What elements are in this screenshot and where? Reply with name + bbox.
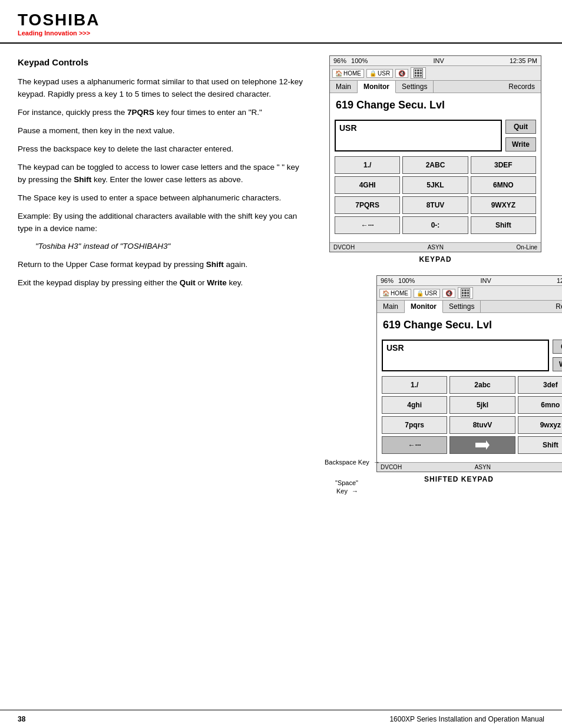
paragraph-9: Exit the keypad display by pressing eith… [18,277,309,289]
screen2-tab-settings[interactable]: Settings [443,301,481,312]
screen1-tab-main[interactable]: Main [330,81,358,93]
arrow-right-svg [475,440,490,450]
key2-1dot[interactable]: 1./ [382,376,447,394]
key2-3def[interactable]: 3def [518,376,562,394]
screen2-icon-bar: 🏠 HOME 🔒 USR 🔇 [377,286,562,301]
screen1-tab-records[interactable]: Records [503,81,541,93]
annotation-backspace: Backspace Key → [325,458,380,466]
screen2-grid-btn[interactable] [458,287,473,299]
screen1: 96% 100% INV 12:35 PM 🏠 HOME 🔒 USR 🔇 [329,55,541,252]
screen2-wrapper: Backspace Key → "Space"Key → 96% 100% IN… [329,275,541,483]
key2-9wxyz[interactable]: 9wxyz [518,416,562,434]
screen2-body: 619 Change Secu. Lvl USR Quit Write 1./ … [377,313,562,459]
text-column: Keypad Controls The keypad uses a alphan… [18,55,309,483]
screen1-footer-left: DVCOH [333,244,355,251]
paragraph-1: The keypad uses a alphanumeric format si… [18,76,309,101]
screen2-time: 12:35 PM [557,277,562,284]
key-shift[interactable]: Shift [471,216,536,234]
screen2: 96% 100% INV 12:35 PM 🏠 HOME 🔒 USR 🔇 [376,275,562,472]
screen1-body: 619 Change Secu. Lvl USR Quit Write 1./ … [330,93,541,239]
screen1-tab-settings[interactable]: Settings [396,81,434,93]
key2-2abc[interactable]: 2abc [449,376,515,394]
screen1-input-field[interactable]: USR [335,120,502,151]
key-0dash[interactable]: 0-: [402,216,468,234]
screen2-tab-main[interactable]: Main [377,301,405,312]
screen1-side-buttons: Quit Write [505,120,536,151]
key-6mno[interactable]: 6MNO [471,176,536,194]
tagline: Leading Innovation >>> [18,29,544,37]
screen2-grid-icon [461,288,470,298]
paragraph-2: For instance, quickly press the 7PQRS ke… [18,107,309,119]
screen2-usr-btn[interactable]: 🔒 USR [414,289,440,298]
screen1-status-bar: 96% 100% INV 12:35 PM [330,56,541,66]
key2-8tuvv[interactable]: 8tuvV [449,416,515,434]
screen1-grid-btn[interactable] [411,67,426,79]
key2-6mno[interactable]: 6mno [518,396,562,414]
screen1-icon-bar: 🏠 HOME 🔒 USR 🔇 [330,66,541,81]
screen2-footer-center: ASYN [475,464,491,470]
screen1-wrapper: 96% 100% INV 12:35 PM 🏠 HOME 🔒 USR 🔇 [329,55,541,263]
screen2-quit-button[interactable]: Quit [553,340,562,354]
screen1-usr-btn[interactable]: 🔒 USR [366,69,393,78]
screen1-pct2: 100% [351,57,368,64]
manual-title: 1600XP Series Installation and Operation… [389,715,544,723]
screen2-nav-tabs: Main Monitor Settings Records [377,301,562,313]
screen2-footer: DVCOH ASYN On-Line [377,462,562,472]
screen1-quit-button[interactable]: Quit [505,120,536,134]
screen2-write-button[interactable]: Write [553,357,562,371]
page-footer: 38 1600XP Series Installation and Operat… [0,710,562,728]
screen2-input-row: USR Quit Write [382,340,562,371]
screen1-time: 12:35 PM [510,57,537,64]
screen2-pct1: 96% [381,277,394,284]
key2-7pqrs[interactable]: 7pqrs [382,416,447,434]
paragraph-5: The keypad can be toggled to access to l… [18,162,309,186]
screen1-keypad-grid: 1./ 2ABC 3DEF 4GHI 5JKL 6MNO 7PQRS 8TUV … [335,156,536,234]
screen2-container: Backspace Key → "Space"Key → 96% 100% IN… [376,275,562,472]
key2-5jkl[interactable]: 5jkl [449,396,515,414]
key2-space[interactable] [449,436,515,454]
screen1-inv: INV [433,57,444,64]
key-7pqrs[interactable]: 7PQRS [335,196,400,214]
screen2-speaker-btn[interactable]: 🔇 [442,289,455,298]
bold-shift-2: Shift [206,260,224,269]
screen2-title: 619 Change Secu. Lvl [382,319,562,331]
screen2-inv: INV [480,277,491,284]
screen2-pct2: 100% [398,277,415,284]
screen1-label: KEYPAD [329,255,541,263]
screen1-write-button[interactable]: Write [505,137,536,151]
svg-marker-0 [475,440,490,450]
arrow-right-icon: → [373,459,380,466]
key-backspace[interactable]: ←··· [335,216,400,234]
screen1-speaker-btn[interactable]: 🔇 [395,69,408,78]
screen2-keypad-grid: 1./ 2abc 3def 4ghi 5jkl 6mno 7pqrs 8tuvV… [382,376,562,454]
screen2-tab-records[interactable]: Records [550,301,562,312]
key-5jkl[interactable]: 5JKL [402,176,468,194]
paragraph-8: Return to the Upper Case format keypad b… [18,259,309,271]
section-title: Keypad Controls [18,55,309,69]
key-9wxyz[interactable]: 9WXYZ [471,196,536,214]
key2-shift[interactable]: Shift [518,436,562,454]
key-3def[interactable]: 3DEF [471,156,536,174]
key-8tuv[interactable]: 8TUV [402,196,468,214]
paragraph-4: Press the backspace key to delete the la… [18,143,309,156]
paragraph-7: Example: By using the additional charact… [18,210,309,235]
example-text: "Toshiba H3" instead of "TOSHIBAH3" [18,241,309,253]
key-1dot[interactable]: 1./ [335,156,400,174]
screen1-home-btn[interactable]: 🏠 HOME [332,69,364,78]
screen2-tab-monitor[interactable]: Monitor [405,301,443,313]
screen2-input-field[interactable]: USR [382,340,549,371]
screen1-tab-monitor[interactable]: Monitor [358,81,396,93]
screen1-title: 619 Change Secu. Lvl [335,99,536,111]
key-4ghi[interactable]: 4GHI [335,176,400,194]
key-2abc[interactable]: 2ABC [402,156,468,174]
key2-backspace[interactable]: ←··· [382,436,447,454]
paragraph-3: Pause a moment, then key in the next val… [18,125,309,137]
screen2-home-btn[interactable]: 🏠 HOME [379,289,411,298]
screen1-input-row: USR Quit Write [335,120,536,151]
bold-shift-1: Shift [74,175,91,184]
screen2-label: SHIFTED KEYPAD [376,475,541,483]
key2-4ghi[interactable]: 4ghi [382,396,447,414]
screen1-pct1: 96% [333,57,346,64]
toshiba-logo: TOSHIBA [18,11,544,29]
screen1-nav-tabs: Main Monitor Settings Records [330,81,541,93]
